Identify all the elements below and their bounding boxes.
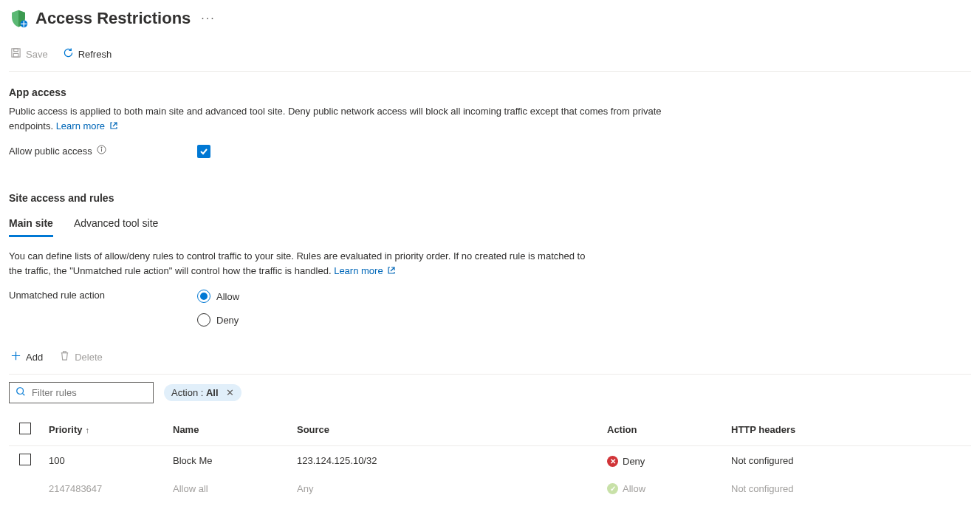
app-access-description: Public access is applied to both main si… [9,104,674,133]
rules-table: Priority↑ Name Source Action HTTP header… [9,414,971,502]
select-all-checkbox[interactable] [19,423,31,434]
cell-source: Any [289,475,600,502]
col-source[interactable]: Source [289,414,600,446]
cell-action: ✓Allow [600,475,724,502]
app-access-section: App access Public access is applied to b… [9,72,971,158]
filter-rules-input[interactable] [32,387,156,398]
refresh-label: Refresh [78,49,112,60]
close-icon[interactable]: ✕ [226,387,234,398]
filter-pill-action[interactable]: Action : All ✕ [164,384,241,401]
external-link-icon [108,120,118,131]
rules-action-bar: Add Delete [9,327,971,375]
cell-priority: 100 [41,446,165,476]
svg-rect-1 [12,49,20,57]
external-link-icon [386,265,396,276]
radio-deny[interactable]: Deny [197,313,239,327]
site-access-section: Site access and rules Main site Advanced… [9,158,971,502]
col-http-headers[interactable]: HTTP headers [724,414,971,446]
radio-icon [197,290,210,303]
tab-main-site[interactable]: Main site [9,213,53,237]
allow-public-access-label: Allow public access [9,145,197,157]
radio-icon [197,313,210,327]
allow-public-access-checkbox[interactable] [197,145,210,158]
filter-row: Action : All ✕ [9,375,971,414]
delete-button[interactable]: Delete [58,347,104,366]
sort-up-icon: ↑ [86,426,90,434]
filter-rules-input-wrapper[interactable] [9,382,154,403]
save-icon [10,47,21,61]
col-priority[interactable]: Priority↑ [41,414,165,446]
cell-action: ✕Deny [600,446,724,476]
learn-more-link[interactable]: Learn more [56,120,118,131]
svg-rect-3 [13,53,18,57]
allow-public-access-row: Allow public access [9,145,971,158]
col-name[interactable]: Name [165,414,289,446]
info-icon[interactable] [97,145,106,157]
cell-name: Block Me [165,446,289,476]
add-button[interactable]: Add [9,347,44,366]
cell-priority: 2147483647 [41,475,165,502]
save-label: Save [26,49,48,60]
allow-icon: ✓ [607,483,618,494]
refresh-icon [63,47,74,61]
tab-advanced-tool-site[interactable]: Advanced tool site [74,213,158,237]
save-button[interactable]: Save [9,44,49,64]
cell-name: Allow all [165,475,289,502]
trash-icon [59,350,70,363]
cell-source: 123.124.125.10/32 [289,446,600,476]
col-action[interactable]: Action [600,414,724,446]
deny-icon: ✕ [607,456,618,467]
refresh-button[interactable]: Refresh [61,44,114,64]
more-menu-icon[interactable]: ··· [198,12,218,25]
shield-icon [9,9,28,28]
unmatched-rule-label: Unmatched rule action [9,290,197,301]
svg-rect-2 [14,49,18,52]
page-header: Access Restrictions ··· [9,6,971,40]
cell-http: Not configured [724,446,971,476]
row-checkbox[interactable] [19,454,31,465]
site-access-title: Site access and rules [9,192,971,204]
unmatched-rule-row: Unmatched rule action Allow Deny [9,290,971,327]
table-row: 2147483647 Allow all Any ✓Allow Not conf… [9,475,971,502]
svg-point-5 [101,147,102,148]
unmatched-rule-radios: Allow Deny [197,290,239,327]
table-row[interactable]: 100 Block Me 123.124.125.10/32 ✕Deny Not… [9,446,971,476]
page-title: Access Restrictions [35,9,191,28]
radio-allow[interactable]: Allow [197,290,239,303]
svg-point-6 [17,388,24,394]
site-tabs: Main site Advanced tool site [9,213,971,237]
cell-http: Not configured [724,475,971,502]
search-icon [16,386,26,399]
site-access-description: You can define lists of allow/deny rules… [9,249,592,278]
command-bar: Save Refresh [9,40,971,72]
app-access-title: App access [9,86,971,98]
learn-more-link[interactable]: Learn more [334,265,396,276]
plus-icon [10,350,21,363]
